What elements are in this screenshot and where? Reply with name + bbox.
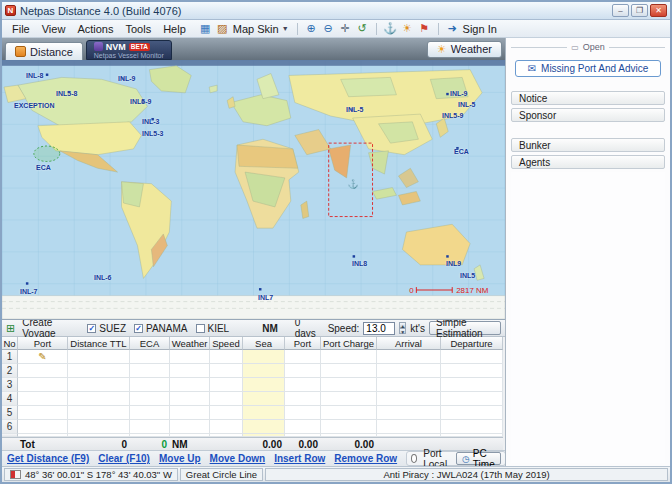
table-row[interactable]: 2	[2, 364, 505, 378]
cell[interactable]	[285, 378, 321, 392]
sign-in-icon[interactable]: ➜	[445, 21, 460, 36]
maximize-button[interactable]: ❐	[631, 4, 648, 17]
ship-icon[interactable]: ⚓	[383, 21, 398, 36]
minimize-button[interactable]: –	[612, 4, 629, 17]
map-icon[interactable]: ▦	[198, 21, 213, 36]
cell[interactable]	[170, 406, 210, 420]
cell[interactable]	[18, 364, 68, 378]
menu-file[interactable]: File	[6, 23, 36, 35]
cell[interactable]	[243, 406, 285, 420]
cell[interactable]	[130, 406, 170, 420]
get-distance-button[interactable]: Get Distance (F9)	[7, 453, 89, 464]
edit-port-icon[interactable]: ✎	[18, 350, 68, 364]
cell[interactable]	[441, 378, 503, 392]
menu-actions[interactable]: Actions	[71, 23, 119, 35]
checkbox-panama[interactable]: ✓PANAMA	[134, 323, 188, 334]
cell[interactable]	[170, 350, 210, 364]
zoom-out-icon[interactable]: ⊖	[321, 21, 336, 36]
clear-button[interactable]: Clear (F10)	[98, 453, 150, 464]
section-bunker[interactable]: Bunker	[511, 138, 665, 152]
cell[interactable]	[285, 392, 321, 406]
cell[interactable]	[170, 364, 210, 378]
map-skin-icon[interactable]: ▨	[215, 21, 230, 36]
cell[interactable]	[321, 392, 377, 406]
world-map[interactable]: ⚓ 0 2817 NM INL-8INL-9INL5-8INL5-9EXCEPT…	[2, 60, 505, 320]
cell[interactable]	[68, 420, 130, 434]
cell[interactable]	[243, 364, 285, 378]
weather-button[interactable]: ☀ Weather	[427, 41, 502, 58]
port-local-radio[interactable]	[411, 454, 417, 463]
menu-tools[interactable]: Tools	[119, 23, 157, 35]
cell[interactable]	[377, 406, 441, 420]
cell[interactable]	[130, 350, 170, 364]
flag-toolbar-icon[interactable]: ⚑	[417, 21, 432, 36]
table-row[interactable]: 5	[2, 406, 505, 420]
section-agents[interactable]: Agents	[511, 155, 665, 169]
section-sponsor[interactable]: Sponsor	[511, 108, 665, 122]
cell[interactable]	[243, 378, 285, 392]
menu-help[interactable]: Help	[157, 23, 192, 35]
cell[interactable]	[18, 392, 68, 406]
move-down-button[interactable]: Move Down	[210, 453, 266, 464]
table-row[interactable]: 6	[2, 420, 505, 434]
table-row[interactable]: 4	[2, 392, 505, 406]
cell[interactable]	[377, 392, 441, 406]
section-notice[interactable]: Notice	[511, 91, 665, 105]
cell[interactable]	[285, 420, 321, 434]
cell[interactable]	[170, 378, 210, 392]
close-button[interactable]: ✕	[650, 4, 667, 17]
cell[interactable]	[441, 406, 503, 420]
cell[interactable]	[18, 378, 68, 392]
cell[interactable]	[285, 364, 321, 378]
cell[interactable]	[68, 350, 130, 364]
missing-port-button[interactable]: ✉ Missing Port And Advice	[515, 60, 661, 77]
cell[interactable]	[321, 406, 377, 420]
table-row[interactable]: 1✎	[2, 350, 505, 364]
cell[interactable]	[170, 420, 210, 434]
tab-nvm[interactable]: NVM BETA Netpas Vessel Monitor	[86, 40, 172, 60]
speed-input[interactable]	[363, 322, 395, 335]
cell[interactable]	[321, 364, 377, 378]
menu-view[interactable]: View	[36, 23, 72, 35]
cell[interactable]	[285, 406, 321, 420]
sidebar-open-toggle[interactable]: ▭ Open	[511, 41, 665, 53]
cell[interactable]	[210, 378, 243, 392]
create-voyage-button[interactable]: Create Voyage	[22, 317, 80, 339]
zoom-in-icon[interactable]: ⊕	[304, 21, 319, 36]
cell[interactable]	[441, 350, 503, 364]
insert-row-button[interactable]: Insert Row	[274, 453, 325, 464]
cell[interactable]	[68, 392, 130, 406]
cell[interactable]	[377, 420, 441, 434]
cell[interactable]	[130, 392, 170, 406]
cell[interactable]	[18, 406, 68, 420]
cell[interactable]	[441, 392, 503, 406]
remove-row-button[interactable]: Remove Row	[334, 453, 397, 464]
cell[interactable]	[441, 364, 503, 378]
cell[interactable]	[321, 420, 377, 434]
cell[interactable]	[441, 420, 503, 434]
speed-stepper[interactable]: ▲▼	[399, 322, 406, 334]
cell[interactable]	[321, 378, 377, 392]
cell[interactable]	[210, 364, 243, 378]
cell[interactable]	[377, 378, 441, 392]
pc-time-button[interactable]: ◷ PC Time	[456, 452, 501, 465]
move-up-button[interactable]: Move Up	[159, 453, 201, 464]
cell[interactable]	[130, 378, 170, 392]
cell[interactable]	[210, 392, 243, 406]
refresh-icon[interactable]: ↺	[355, 21, 370, 36]
cell[interactable]	[68, 378, 130, 392]
map-skin-icon-label[interactable]: Map Skin	[233, 23, 279, 35]
cell[interactable]	[130, 420, 170, 434]
simple-estimation-button[interactable]: Simple Estimation	[429, 321, 501, 335]
cell[interactable]	[210, 350, 243, 364]
cell[interactable]	[130, 364, 170, 378]
cell[interactable]	[243, 420, 285, 434]
cell[interactable]	[170, 392, 210, 406]
tab-distance[interactable]: Distance	[5, 42, 83, 60]
checkbox-suez[interactable]: ✓SUEZ	[87, 323, 126, 334]
cell[interactable]	[377, 350, 441, 364]
cell[interactable]	[321, 350, 377, 364]
cell[interactable]	[210, 420, 243, 434]
cell[interactable]	[68, 406, 130, 420]
pan-icon[interactable]: ✛	[338, 21, 353, 36]
